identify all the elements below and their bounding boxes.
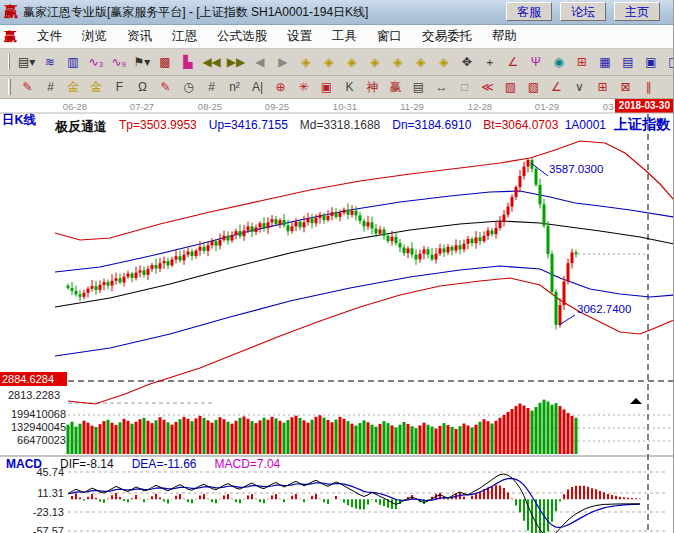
star-target-button[interactable]: ✳ bbox=[293, 77, 314, 97]
kline-period-button[interactable]: ▤▾ bbox=[16, 52, 37, 72]
zoom-in-button[interactable]: ◈ bbox=[318, 52, 339, 72]
multi-screen-button[interactable]: ◫ bbox=[663, 52, 674, 72]
compress-v-button[interactable]: ◈ bbox=[387, 52, 408, 72]
reset-zoom-button[interactable]: ◈ bbox=[433, 52, 454, 72]
title-bar: 赢 赢家江恩专业版[赢家服务平台] - [上证指数 SH1A0001-194日K… bbox=[0, 0, 674, 25]
gann-shape-button[interactable]: Ψ bbox=[525, 52, 546, 72]
prev-bar-button[interactable]: ◀ bbox=[249, 52, 270, 72]
angle-lines-button[interactable]: ∠ bbox=[546, 77, 567, 97]
v-lines-button[interactable]: ∨ bbox=[569, 77, 590, 97]
gold-grid-up-button[interactable]: 金 bbox=[63, 77, 84, 97]
parallel-lines-button[interactable]: ∥ bbox=[638, 77, 659, 97]
macd-dif-label: DIF=-8.14 bbox=[60, 457, 114, 471]
menu-tools[interactable]: 工具 bbox=[322, 26, 367, 47]
strategy-button[interactable]: ◉ bbox=[548, 52, 569, 72]
indicator-tp: Tp=3503.9953 bbox=[119, 118, 197, 136]
macd-axis-label: 45.74 bbox=[6, 466, 64, 478]
price-time-grid-button[interactable]: ⊞ bbox=[592, 77, 613, 97]
indicator-md: Md=3318.1688 bbox=[300, 118, 380, 136]
annotation-layer bbox=[531, 163, 642, 404]
menu-news[interactable]: 资讯 bbox=[117, 26, 162, 47]
gann-box-button[interactable]: ▨ bbox=[500, 77, 521, 97]
draw-pencil-button[interactable]: ✎ bbox=[17, 77, 38, 97]
date-tick: 11-29 bbox=[392, 101, 432, 112]
trend-curves-button[interactable]: ≋ bbox=[39, 52, 60, 72]
low-annotation: 3062.7400 bbox=[577, 303, 631, 315]
k-line-tool-button[interactable]: K bbox=[339, 77, 360, 97]
indicator-name: 极反通道 bbox=[55, 118, 107, 136]
time-cycle-button[interactable]: ◷ bbox=[178, 77, 199, 97]
menu-file[interactable]: 文件 bbox=[27, 26, 72, 47]
gold-grid-down-button[interactable]: 金 bbox=[86, 77, 107, 97]
first-bar-button[interactable]: ◀◀ bbox=[200, 52, 222, 72]
menu-trade[interactable]: 交易委托 bbox=[412, 26, 482, 47]
calendar-button[interactable]: ⊞ bbox=[571, 52, 592, 72]
indicator-readout: 极反通道 Tp=3503.9953 Up=3416.7155 Md=3318.1… bbox=[55, 118, 558, 136]
report-button[interactable]: ▤ bbox=[617, 52, 638, 72]
crosshair-button[interactable]: ＋ bbox=[479, 52, 500, 72]
price-secondary-label: 2813.2283 bbox=[8, 389, 60, 401]
service-button[interactable]: 客服 bbox=[506, 2, 552, 21]
high-annotation: 3587.0300 bbox=[549, 163, 603, 175]
spiral-grid-button[interactable]: Ω bbox=[132, 77, 153, 97]
red-pencil-button[interactable]: ✎ bbox=[155, 77, 176, 97]
next-bar-button[interactable]: ▶ bbox=[272, 52, 293, 72]
indicator-dn: Dn=3184.6910 bbox=[392, 118, 471, 136]
symbol-label: 1A0001 上证指数 bbox=[565, 116, 670, 134]
cursor-date-badge: 2018-03-30 bbox=[615, 99, 674, 113]
symbol-name: 上证指数 bbox=[614, 116, 670, 134]
home-button[interactable]: 主页 bbox=[614, 2, 660, 21]
date-tick: 06-28 bbox=[55, 101, 95, 112]
target-circle-button[interactable]: ⊕ bbox=[270, 77, 291, 97]
pan-hand-button[interactable]: ✥ bbox=[456, 52, 477, 72]
macd-layer bbox=[68, 474, 640, 533]
time-grid-button[interactable]: # bbox=[40, 77, 61, 97]
boxed-grid-button[interactable]: ⊠ bbox=[615, 77, 636, 97]
macd-axis-label: -57.57 bbox=[6, 525, 64, 533]
ying-grid-button[interactable]: 赢 bbox=[385, 77, 406, 97]
major-wave-button[interactable]: ∿₉ bbox=[108, 52, 129, 72]
volume-layer bbox=[67, 400, 578, 454]
save-button[interactable]: ▣ bbox=[640, 52, 661, 72]
toolbar-grip[interactable] bbox=[8, 79, 11, 95]
minor-wave-button[interactable]: ∿₃ bbox=[85, 52, 106, 72]
menu-logo-icon: 赢 bbox=[4, 28, 17, 46]
dense-grid-button[interactable]: # bbox=[201, 77, 222, 97]
macd-macd-label: MACD=7.04 bbox=[215, 457, 281, 471]
flag-marker-button[interactable]: ⚑▾ bbox=[131, 52, 152, 72]
toolbar-drawing: ✎#金金FΩ✎◷#n²A|⊕✳▣K神赢▤↔□≪▨▧∠∨⊞⊠∥ bbox=[0, 76, 674, 99]
quote-board-button[interactable]: ▥ bbox=[62, 52, 83, 72]
macd-axis-label: -23.13 bbox=[6, 506, 64, 518]
symbol-code: 1A0001 bbox=[565, 118, 606, 132]
fan-lines-button[interactable]: ≪ bbox=[477, 77, 498, 97]
rect-tool-button[interactable]: □ bbox=[454, 77, 475, 97]
shen-grid-button[interactable]: 神 bbox=[362, 77, 383, 97]
forum-button[interactable]: 论坛 bbox=[560, 2, 606, 21]
n-square-button[interactable]: n² bbox=[224, 77, 245, 97]
menu-help[interactable]: 帮助 bbox=[482, 26, 527, 47]
zoom-out-button[interactable]: ◈ bbox=[295, 52, 316, 72]
expand-h-button[interactable]: ◈ bbox=[364, 52, 385, 72]
compress-h-button[interactable]: ◈ bbox=[341, 52, 362, 72]
menu-window[interactable]: 窗口 bbox=[367, 26, 412, 47]
expand-v-button[interactable]: ◈ bbox=[410, 52, 431, 72]
color-kline-button[interactable]: ▙ bbox=[177, 52, 198, 72]
calculator-button[interactable]: ▦ bbox=[594, 52, 615, 72]
angle-measure-button[interactable]: ∠ bbox=[502, 52, 523, 72]
stock-picker-button[interactable]: ▩ bbox=[154, 52, 175, 72]
ruler-123-button[interactable]: ▤ bbox=[408, 77, 429, 97]
gann-square-button[interactable]: ▧ bbox=[523, 77, 544, 97]
last-bar-button[interactable]: ▶▶ bbox=[225, 52, 247, 72]
width-measure-button[interactable]: ↔ bbox=[431, 77, 452, 97]
mirror-button[interactable]: A| bbox=[247, 77, 268, 97]
menu-settings[interactable]: 设置 bbox=[277, 26, 322, 47]
menu-formula-picker[interactable]: 公式选股 bbox=[207, 26, 277, 47]
date-axis: 06-2807-2708-2509-2510-3111-2912-2801-29… bbox=[0, 101, 674, 112]
menu-gann[interactable]: 江恩 bbox=[162, 26, 207, 47]
toolbar-grip[interactable] bbox=[8, 54, 10, 70]
menu-browse[interactable]: 浏览 bbox=[72, 26, 117, 47]
menu-items: 文件浏览资讯江恩公式选股设置工具窗口交易委托帮助 bbox=[27, 26, 527, 47]
app-window: 赢 赢家江恩专业版[赢家服务平台] - [上证指数 SH1A0001-194日K… bbox=[0, 0, 674, 533]
square-target-button[interactable]: ▣ bbox=[316, 77, 337, 97]
f-grid-button[interactable]: F bbox=[109, 77, 130, 97]
